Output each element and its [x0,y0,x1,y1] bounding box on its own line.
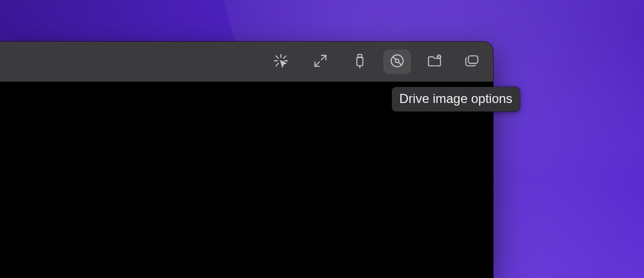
expand-arrows-icon [312,53,328,71]
svg-line-7 [315,61,319,66]
svg-line-3 [276,55,279,58]
drive-image-options-button[interactable] [383,50,411,74]
svg-point-15 [437,54,441,59]
svg-line-13 [393,57,396,59]
svg-point-16 [438,55,440,57]
windows-stack-icon [464,53,480,71]
svg-line-5 [276,63,279,66]
capture-cursor-icon [273,53,289,71]
svg-rect-9 [357,57,363,66]
window-titlebar [0,42,493,82]
svg-line-1 [284,55,286,58]
shared-folder-button[interactable] [421,50,448,74]
capture-cursor-button[interactable] [267,50,295,74]
display-options-button[interactable] [458,50,486,74]
svg-line-14 [399,62,401,65]
svg-line-6 [321,55,326,59]
vm-window: Drive image options [0,42,493,278]
usb-options-button[interactable] [346,50,374,74]
usb-icon [352,53,368,71]
svg-rect-17 [468,55,478,63]
vm-display-viewport[interactable] [0,82,493,278]
shared-folder-icon [426,53,442,71]
svg-point-12 [396,59,399,62]
disc-icon [389,53,405,71]
resize-button[interactable] [307,50,334,74]
